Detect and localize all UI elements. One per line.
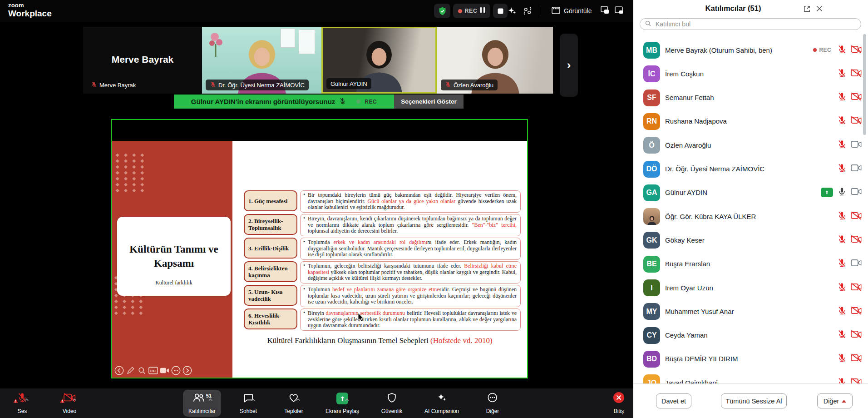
captions-icon[interactable]: CC [148,366,158,375]
pause-recording-icon[interactable] [480,7,485,15]
topbar-divider [540,5,540,16]
toolbar-kat-l-mc-lar-button[interactable]: 51Katılımcılar [183,390,221,417]
toolbar-tepkiler-button[interactable]: Tepkiler [279,390,308,417]
chevron-up-icon[interactable] [25,395,29,403]
toolbar-biti--button[interactable]: Bitiş [607,390,630,417]
sparkle-icon [436,392,447,405]
toolbar-button-label: AI Companion [424,408,459,414]
video-tile[interactable]: Gülnur AYDIN [321,27,437,94]
camera-on-icon [851,187,862,198]
prev-slide-icon[interactable] [114,366,124,375]
toolbar-video-button[interactable]: Video [57,390,82,417]
participant-row[interactable]: İCİrem Coşkun [633,62,868,85]
toolbar-ai-companion-button[interactable]: AI Companion [419,390,464,417]
participant-name: Ceyda Yaman [665,323,708,347]
toolbar-di-er-button[interactable]: Diğer [481,390,505,417]
camera-icon[interactable] [160,366,169,375]
toolbar-ses-button[interactable]: Ses [11,390,33,417]
participants-icon [192,392,205,405]
mic-muted-icon [837,234,847,246]
pen-icon[interactable] [126,366,135,375]
participant-row[interactable]: IIrem Oyar Uzun [633,276,868,299]
mic-muted-icon [837,211,847,222]
banner-recording-dot-icon [356,100,360,104]
more-options-icon[interactable] [171,366,181,375]
participant-row[interactable]: MYMuhammet Yusuf Anar [633,299,868,323]
end-call-icon [613,392,625,405]
mic-muted-icon [837,329,847,341]
share-banner-text: Gülnur AYDIN'in ekranını görüntülüyorsun… [191,98,335,105]
mic-muted-icon [837,306,847,317]
caret-up-icon [842,400,846,403]
zoom-workplace-logo: zoom Workplace [8,2,52,18]
participant-avatar: I [643,279,660,296]
invite-button[interactable]: Davet et [656,393,691,408]
participant-row[interactable]: JQJavad Qaimkhani [633,371,868,384]
dimension-label: 4. Belirsizlikten kaçınma [244,261,297,282]
participant-row[interactable]: ÖÖzlen Avaroğlu [633,133,868,157]
video-tile[interactable]: Özlen Avaroğlu [437,27,553,94]
next-slide-icon[interactable] [182,366,192,375]
chevron-up-icon[interactable] [72,395,76,403]
participant-avatar: RN [643,113,660,130]
popout-panel-icon[interactable] [802,4,812,14]
toolbar-sohbet-button[interactable]: Sohbet [234,390,262,417]
tile-name-label: Dr. Öğr. Üyesi Nerma ZAİMOVİC [206,80,309,90]
zoom-icon[interactable] [137,366,147,375]
muted-mic-icon [445,81,451,89]
view-button[interactable]: Görüntüle [552,4,592,18]
participant-row[interactable]: DÖDr. Öğr. Üyesi Nerma ZAİMOVİC [633,157,868,181]
share-banner-message-area: Gülnur AYDIN'in ekranını görüntülüyorsun… [174,95,394,109]
collapse-window-icon[interactable] [600,5,611,15]
more-button[interactable]: Diğer [817,393,853,408]
meeting-stage: Merve BayrakMerve BayrakDr. Öğr. Üyesi N… [0,22,633,388]
participant-name: Merve Bayrak (Oturum Sahibi, ben) [665,38,772,62]
participant-row[interactable]: GAGülnur AYDIN [633,181,868,204]
dimension-description: •Bireyin davranışlarının serbestlik duru… [300,309,521,331]
next-videos-button[interactable]: › [560,34,578,97]
participant-row[interactable]: BDBüşra DEMİR YILDIRIM [633,347,868,371]
participants-footer: Davet et Tümünü Sessize Al Diğer [633,383,868,418]
search-input[interactable] [655,20,856,28]
participant-row[interactable]: SFSemanur Fettah [633,86,868,109]
participant-name: Muhammet Yusuf Anar [665,299,734,323]
camera-off-icon [851,306,862,317]
capture-icon[interactable] [520,4,535,18]
toolbar-button-label: Güvenlik [381,408,403,414]
dimension-description: •Toplumun, geleceğin belirsizliği karşıs… [300,261,521,284]
participants-list: MBMerve Bayrak (Oturum Sahibi, ben)RECİC… [633,34,868,384]
participant-row[interactable]: GKGökay Keser [633,228,868,252]
mic-muted-icon [837,92,847,103]
wall-poster [299,30,315,54]
participant-search [640,18,861,30]
participant-row[interactable]: CYCeyda Yaman [633,323,868,347]
view-grid-icon [552,7,560,15]
participant-name: Rushana Nadjapova [665,109,727,133]
toolbar-g-venlik-button[interactable]: Güvenlik [376,390,408,417]
chevron-up-icon[interactable] [208,395,212,403]
presentation-slide: ◆ ◆ ◆ ◆ ◆ ◆ ◆ ◆ ◆ ◆ ◆ ◆ ◆ ◆ ◆ ◆ ◆ ◆ ◆ ◆ … [112,141,527,378]
chevron-up-icon[interactable] [296,395,300,403]
participant-name: Semanur Fettah [665,86,714,109]
video-tile[interactable]: Merve BayrakMerve Bayrak [83,27,202,94]
float-window-icon[interactable] [614,5,625,15]
video-tile[interactable]: Dr. Öğr. Üyesi Nerma ZAİMOVİC [202,27,321,94]
mic-muted-icon [837,115,847,127]
participant-row[interactable]: BEBüşra Erarslan [633,252,868,276]
mute-all-button[interactable]: Tümünü Sessize Al [721,393,787,408]
camera-off-icon [851,211,862,222]
participant-row[interactable]: Öğr. Gör. Kübra KAYA ÜLKER [633,204,868,228]
participant-row[interactable]: MBMerve Bayrak (Oturum Sahibi, ben)REC [633,38,868,62]
panel-scrollbar[interactable] [863,34,866,135]
encryption-shield-icon[interactable] [434,4,450,18]
chevron-up-icon[interactable] [345,395,349,403]
close-panel-icon[interactable] [814,4,824,14]
mic-on-icon [837,187,847,198]
chevron-up-icon[interactable] [251,395,255,403]
show-options-button[interactable]: Seçenekleri Göster [394,95,464,109]
toolbar-ekran-payla--button[interactable]: Ekranı Paylaş [320,390,365,417]
participants-panel: Katılımcılar (51) MBMerve Bayrak (Oturum… [633,0,868,418]
ai-sparkle-icon[interactable] [505,4,519,18]
dimension-label: 3. Erillik-Dişilik [244,238,297,259]
participant-row[interactable]: RNRushana Nadjapova [633,109,868,133]
